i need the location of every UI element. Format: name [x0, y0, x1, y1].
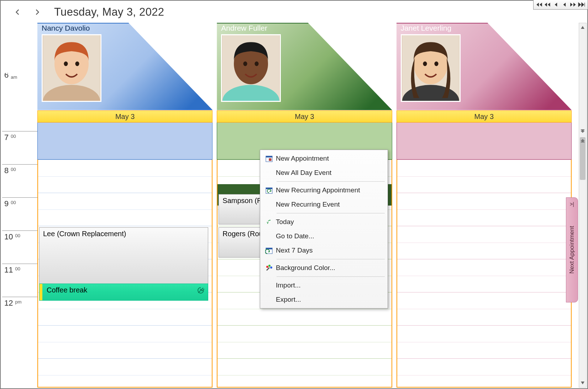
avatar: [221, 34, 281, 102]
time-ruler-hour: 1000: [2, 230, 37, 264]
date-header[interactable]: May 3: [397, 110, 572, 123]
context-menu-label: Export...: [276, 296, 301, 304]
vcr-fast-prev-button[interactable]: [544, 1, 552, 9]
context-menu-label: New Appointment: [276, 155, 329, 162]
undo-icon: [262, 218, 276, 225]
collapse-down-button[interactable]: [579, 126, 587, 136]
vcr-prev-button[interactable]: [552, 1, 561, 9]
page-title: Tuesday, May 3, 2022: [54, 6, 164, 19]
svg-point-23: [266, 266, 268, 268]
cal-7-icon: [262, 247, 276, 254]
vcr-fast-next-button[interactable]: [569, 1, 578, 9]
cal-new-icon: [262, 155, 276, 162]
date-header[interactable]: May 3: [37, 110, 212, 123]
context-menu-item[interactable]: Export...: [261, 292, 387, 307]
resource-name: Janet Leverling: [401, 24, 451, 32]
svg-point-25: [270, 266, 272, 269]
timeslot-area[interactable]: Lee (Crown Replacement)Coffee break: [37, 160, 212, 388]
next-appointment-label: Next Appointment: [568, 226, 576, 274]
cal-recur-icon: [262, 186, 276, 194]
time-ruler-hour: 1100: [2, 264, 37, 297]
avatar: [42, 34, 101, 102]
resource-name: Andrew Fuller: [221, 24, 267, 32]
recurring-icon: [196, 286, 205, 295]
resource-column: Nancy Davolio May 3Lee (Crown Replacemen…: [37, 23, 212, 388]
next-day-button[interactable]: [31, 6, 43, 18]
context-menu-separator: [277, 213, 385, 213]
resource-column: Janet Leverling May 3: [397, 23, 572, 388]
context-menu-item[interactable]: Background Color...: [261, 261, 387, 275]
vcr-last-button[interactable]: [578, 1, 586, 9]
time-ruler-hour: 12pm: [2, 297, 37, 330]
context-menu-separator: [277, 276, 385, 277]
svg-point-4: [75, 62, 79, 66]
context-menu: New AppointmentNew All Day EventNew Recu…: [260, 150, 388, 308]
toolbar: Tuesday, May 3, 2022: [0, 1, 588, 23]
timeslot-area[interactable]: [397, 160, 572, 388]
svg-rect-18: [269, 159, 271, 161]
context-menu-label: Today: [276, 218, 294, 226]
svg-point-15: [434, 62, 438, 66]
context-menu-separator: [277, 181, 385, 182]
context-menu-item[interactable]: New All Day Event: [261, 166, 387, 180]
context-menu-item[interactable]: New Appointment: [261, 151, 387, 166]
appointment-title: Coffee break: [47, 286, 87, 294]
scroll-up-button[interactable]: [579, 23, 586, 32]
time-ruler-hour: 700: [2, 131, 37, 164]
svg-rect-17: [266, 156, 272, 157]
context-menu-label: New All Day Event: [276, 169, 331, 177]
time-ruler: 6am7008009001000110012pm: [2, 98, 37, 388]
time-ruler-hour: 6am: [2, 73, 37, 81]
context-menu-label: Import...: [276, 281, 301, 289]
collapse-up-button[interactable]: [579, 136, 587, 145]
date-navigator-vcr: [533, 0, 588, 10]
context-menu-label: Go to Date...: [276, 232, 314, 240]
palette-icon: [262, 264, 276, 272]
vcr-first-button[interactable]: [535, 1, 544, 9]
context-menu-separator: [277, 259, 385, 259]
svg-point-10: [255, 62, 259, 66]
prev-day-button[interactable]: [11, 6, 23, 18]
avatar: [401, 34, 461, 102]
context-menu-label: New Recurring Event: [276, 201, 340, 208]
svg-point-3: [64, 62, 68, 66]
svg-point-24: [268, 265, 271, 267]
vertical-scrollbar[interactable]: [579, 23, 587, 388]
context-menu-item[interactable]: Today: [261, 215, 387, 229]
time-ruler-hour: 800: [2, 164, 37, 197]
context-menu-label: Background Color...: [276, 264, 335, 272]
date-header[interactable]: May 3: [217, 110, 392, 123]
context-menu-item[interactable]: Next 7 Days: [261, 243, 387, 258]
context-menu-label: Next 7 Days: [276, 247, 313, 254]
appointment-title: Lee (Crown Replacement): [43, 230, 126, 238]
time-ruler-hour: 900: [2, 197, 37, 230]
resource-name: Nancy Davolio: [42, 24, 90, 32]
scroll-down-button[interactable]: [579, 379, 586, 387]
next-appointment-tab[interactable]: Next Appointment: [566, 197, 578, 302]
vcr-next-button[interactable]: [561, 1, 569, 9]
context-menu-item[interactable]: Import...: [261, 278, 387, 292]
context-menu-item[interactable]: Go to Date...: [261, 229, 387, 243]
svg-point-9: [243, 62, 247, 66]
all-day-zone[interactable]: [397, 123, 572, 160]
appointment[interactable]: Lee (Crown Replacement): [39, 227, 208, 291]
context-menu-item[interactable]: New Recurring Appointment: [261, 183, 387, 197]
context-menu-item[interactable]: New Recurring Event: [261, 197, 387, 212]
context-menu-label: New Recurring Appointment: [276, 186, 360, 194]
appointment[interactable]: Coffee break: [39, 284, 208, 301]
all-day-zone[interactable]: [37, 123, 212, 160]
svg-point-14: [423, 62, 427, 66]
